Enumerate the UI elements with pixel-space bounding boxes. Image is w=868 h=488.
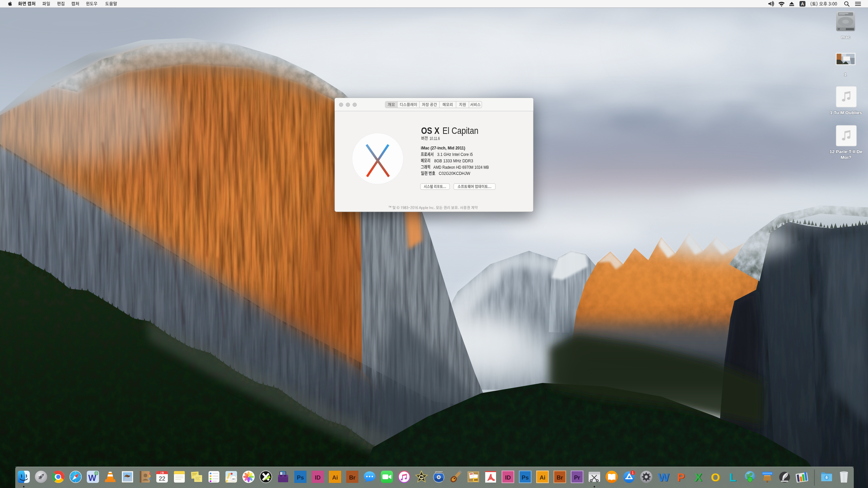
svg-text:O: O — [711, 471, 720, 484]
svg-text:W: W — [658, 471, 669, 484]
svg-text:12 Parle-T-Il De: 12 Parle-T-Il De — [830, 149, 863, 154]
svg-text:Ps: Ps — [522, 474, 529, 481]
svg-text:A: A — [801, 2, 804, 6]
svg-text:Ai: Ai — [332, 474, 338, 481]
svg-text:8GB 1333 MHz DDR3: 8GB 1333 MHz DDR3 — [434, 158, 473, 163]
svg-text:Pr: Pr — [574, 474, 580, 481]
svg-text:3.1 GHz Intel Core i5: 3.1 GHz Intel Core i5 — [437, 152, 473, 157]
svg-text:mac: mac — [841, 35, 850, 40]
svg-text:L: L — [729, 471, 736, 484]
svg-text:1: 1 — [844, 72, 847, 77]
svg-text:1: 1 — [632, 471, 634, 475]
svg-text:OS X: OS X — [421, 125, 439, 136]
svg-text:ID: ID — [505, 474, 511, 481]
svg-text:22: 22 — [159, 475, 165, 482]
svg-text:Ai: Ai — [540, 474, 546, 481]
svg-text:Ps: Ps — [297, 474, 304, 481]
svg-text:Moi?: Moi? — [841, 155, 851, 160]
svg-text:C02G20KCDHJW: C02G20KCDHJW — [439, 171, 471, 176]
svg-text:iMac (27-inch, Mid 2011): iMac (27-inch, Mid 2011) — [421, 145, 465, 150]
svg-text:10.11.6: 10.11.6 — [430, 136, 440, 141]
svg-text:Br: Br — [349, 474, 356, 481]
svg-text:ID: ID — [315, 474, 321, 481]
svg-text:3D: 3D — [232, 477, 235, 481]
svg-text:1 Tu M'Oublies: 1 Tu M'Oublies — [830, 110, 862, 115]
svg-text:El Capitan: El Capitan — [442, 125, 478, 136]
svg-text:AMD Radeon HD 6970M 1024 MB: AMD Radeon HD 6970M 1024 MB — [433, 165, 489, 170]
svg-text:Br: Br — [557, 474, 563, 481]
svg-text:X: X — [694, 471, 702, 484]
svg-text:P: P — [677, 471, 685, 484]
